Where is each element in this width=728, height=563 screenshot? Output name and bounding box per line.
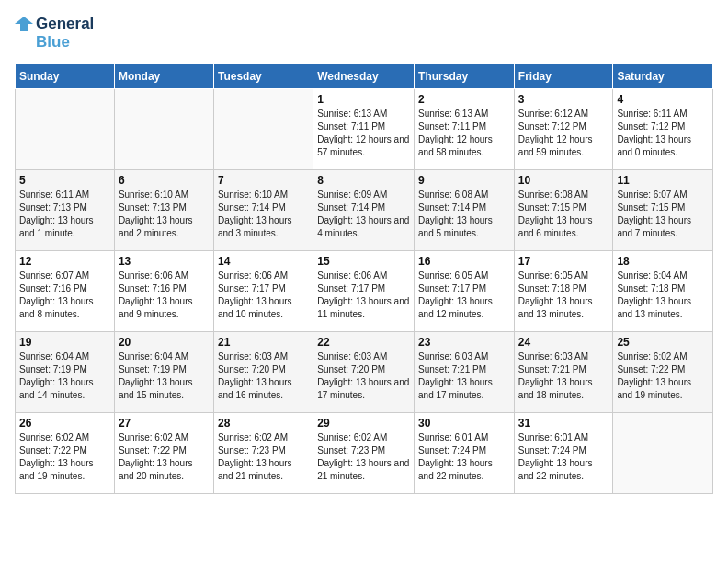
calendar-cell: 18Sunrise: 6:04 AMSunset: 7:18 PMDayligh… bbox=[613, 250, 713, 331]
day-detail: Sunrise: 6:01 AMSunset: 7:24 PMDaylight:… bbox=[418, 431, 510, 483]
logo-blue: Blue bbox=[36, 33, 94, 52]
day-number: 15 bbox=[317, 255, 410, 268]
calendar-cell: 31Sunrise: 6:01 AMSunset: 7:24 PMDayligh… bbox=[514, 412, 613, 493]
day-number: 24 bbox=[518, 336, 609, 349]
calendar-cell: 10Sunrise: 6:08 AMSunset: 7:15 PMDayligh… bbox=[514, 169, 613, 250]
calendar-body: 1Sunrise: 6:13 AMSunset: 7:11 PMDaylight… bbox=[16, 88, 713, 493]
calendar-cell: 26Sunrise: 6:02 AMSunset: 7:22 PMDayligh… bbox=[16, 412, 115, 493]
calendar-cell: 28Sunrise: 6:02 AMSunset: 7:23 PMDayligh… bbox=[213, 412, 313, 493]
day-detail: Sunrise: 6:02 AMSunset: 7:22 PMDaylight:… bbox=[119, 431, 210, 483]
day-number: 8 bbox=[317, 174, 410, 187]
calendar-cell: 12Sunrise: 6:07 AMSunset: 7:16 PMDayligh… bbox=[16, 250, 115, 331]
day-detail: Sunrise: 6:12 AMSunset: 7:12 PMDaylight:… bbox=[518, 108, 609, 159]
weekday-header: Friday bbox=[514, 63, 613, 88]
day-detail: Sunrise: 6:13 AMSunset: 7:11 PMDaylight:… bbox=[317, 108, 410, 159]
calendar-cell bbox=[213, 88, 313, 169]
day-detail: Sunrise: 6:08 AMSunset: 7:15 PMDaylight:… bbox=[518, 189, 609, 240]
weekday-header: Wednesday bbox=[313, 63, 415, 88]
day-number: 18 bbox=[617, 255, 709, 268]
weekday-header-row: SundayMondayTuesdayWednesdayThursdayFrid… bbox=[16, 63, 713, 88]
day-detail: Sunrise: 6:11 AMSunset: 7:13 PMDaylight:… bbox=[19, 189, 110, 240]
page-header: General Blue bbox=[15, 15, 713, 52]
day-number: 5 bbox=[19, 174, 110, 187]
calendar-cell: 3Sunrise: 6:12 AMSunset: 7:12 PMDaylight… bbox=[514, 88, 613, 169]
calendar-cell: 25Sunrise: 6:02 AMSunset: 7:22 PMDayligh… bbox=[613, 331, 713, 412]
calendar-cell: 7Sunrise: 6:10 AMSunset: 7:14 PMDaylight… bbox=[213, 169, 313, 250]
calendar-cell: 5Sunrise: 6:11 AMSunset: 7:13 PMDaylight… bbox=[16, 169, 115, 250]
calendar-cell: 13Sunrise: 6:06 AMSunset: 7:16 PMDayligh… bbox=[114, 250, 213, 331]
day-detail: Sunrise: 6:03 AMSunset: 7:20 PMDaylight:… bbox=[218, 350, 309, 402]
day-detail: Sunrise: 6:13 AMSunset: 7:11 PMDaylight:… bbox=[418, 108, 510, 159]
day-number: 6 bbox=[119, 174, 210, 187]
calendar-cell: 11Sunrise: 6:07 AMSunset: 7:15 PMDayligh… bbox=[613, 169, 713, 250]
calendar-cell: 22Sunrise: 6:03 AMSunset: 7:20 PMDayligh… bbox=[313, 331, 415, 412]
day-number: 31 bbox=[518, 417, 609, 430]
calendar-cell bbox=[613, 412, 713, 493]
calendar-cell: 8Sunrise: 6:09 AMSunset: 7:14 PMDaylight… bbox=[313, 169, 415, 250]
day-detail: Sunrise: 6:04 AMSunset: 7:19 PMDaylight:… bbox=[119, 350, 210, 402]
day-number: 11 bbox=[617, 174, 709, 187]
day-detail: Sunrise: 6:02 AMSunset: 7:22 PMDaylight:… bbox=[617, 350, 709, 402]
day-number: 14 bbox=[218, 255, 309, 268]
day-number: 3 bbox=[518, 93, 609, 106]
calendar-cell: 4Sunrise: 6:11 AMSunset: 7:12 PMDaylight… bbox=[613, 88, 713, 169]
weekday-header: Monday bbox=[114, 63, 213, 88]
day-detail: Sunrise: 6:06 AMSunset: 7:16 PMDaylight:… bbox=[119, 270, 210, 321]
day-number: 30 bbox=[418, 417, 510, 430]
day-number: 28 bbox=[218, 417, 309, 430]
day-detail: Sunrise: 6:02 AMSunset: 7:23 PMDaylight:… bbox=[218, 431, 309, 483]
day-number: 4 bbox=[617, 93, 709, 106]
calendar-cell: 21Sunrise: 6:03 AMSunset: 7:20 PMDayligh… bbox=[213, 331, 313, 412]
day-number: 20 bbox=[119, 336, 210, 349]
day-detail: Sunrise: 6:04 AMSunset: 7:18 PMDaylight:… bbox=[617, 270, 709, 321]
calendar-week-row: 5Sunrise: 6:11 AMSunset: 7:13 PMDaylight… bbox=[16, 169, 713, 250]
day-number: 21 bbox=[218, 336, 309, 349]
logo-bird-icon bbox=[15, 15, 33, 33]
day-number: 16 bbox=[418, 255, 510, 268]
day-detail: Sunrise: 6:10 AMSunset: 7:13 PMDaylight:… bbox=[119, 189, 210, 240]
day-detail: Sunrise: 6:03 AMSunset: 7:21 PMDaylight:… bbox=[418, 350, 510, 402]
day-number: 7 bbox=[218, 174, 309, 187]
day-detail: Sunrise: 6:04 AMSunset: 7:19 PMDaylight:… bbox=[19, 350, 110, 402]
calendar-cell: 19Sunrise: 6:04 AMSunset: 7:19 PMDayligh… bbox=[16, 331, 115, 412]
calendar-table: SundayMondayTuesdayWednesdayThursdayFrid… bbox=[15, 63, 713, 494]
day-detail: Sunrise: 6:02 AMSunset: 7:22 PMDaylight:… bbox=[19, 431, 110, 483]
day-number: 19 bbox=[19, 336, 110, 349]
day-detail: Sunrise: 6:05 AMSunset: 7:18 PMDaylight:… bbox=[518, 270, 609, 321]
day-number: 12 bbox=[19, 255, 110, 268]
calendar-cell bbox=[114, 88, 213, 169]
calendar-cell: 1Sunrise: 6:13 AMSunset: 7:11 PMDaylight… bbox=[313, 88, 415, 169]
calendar-cell: 20Sunrise: 6:04 AMSunset: 7:19 PMDayligh… bbox=[114, 331, 213, 412]
calendar-week-row: 19Sunrise: 6:04 AMSunset: 7:19 PMDayligh… bbox=[16, 331, 713, 412]
day-number: 27 bbox=[119, 417, 210, 430]
weekday-header: Tuesday bbox=[213, 63, 313, 88]
calendar-cell: 6Sunrise: 6:10 AMSunset: 7:13 PMDaylight… bbox=[114, 169, 213, 250]
day-number: 26 bbox=[19, 417, 110, 430]
svg-marker-0 bbox=[15, 17, 33, 31]
calendar-cell: 27Sunrise: 6:02 AMSunset: 7:22 PMDayligh… bbox=[114, 412, 213, 493]
weekday-header: Sunday bbox=[16, 63, 115, 88]
day-detail: Sunrise: 6:07 AMSunset: 7:15 PMDaylight:… bbox=[617, 189, 709, 240]
calendar-week-row: 26Sunrise: 6:02 AMSunset: 7:22 PMDayligh… bbox=[16, 412, 713, 493]
day-detail: Sunrise: 6:08 AMSunset: 7:14 PMDaylight:… bbox=[418, 189, 510, 240]
weekday-header: Saturday bbox=[613, 63, 713, 88]
day-number: 1 bbox=[317, 93, 410, 106]
calendar-cell: 30Sunrise: 6:01 AMSunset: 7:24 PMDayligh… bbox=[415, 412, 515, 493]
day-number: 23 bbox=[418, 336, 510, 349]
day-number: 17 bbox=[518, 255, 609, 268]
calendar-cell bbox=[16, 88, 115, 169]
logo: General Blue bbox=[15, 15, 94, 52]
day-detail: Sunrise: 6:03 AMSunset: 7:21 PMDaylight:… bbox=[518, 350, 609, 402]
calendar-week-row: 12Sunrise: 6:07 AMSunset: 7:16 PMDayligh… bbox=[16, 250, 713, 331]
weekday-header: Thursday bbox=[415, 63, 515, 88]
calendar-cell: 24Sunrise: 6:03 AMSunset: 7:21 PMDayligh… bbox=[514, 331, 613, 412]
day-detail: Sunrise: 6:07 AMSunset: 7:16 PMDaylight:… bbox=[19, 270, 110, 321]
calendar-cell: 23Sunrise: 6:03 AMSunset: 7:21 PMDayligh… bbox=[415, 331, 515, 412]
day-number: 2 bbox=[418, 93, 510, 106]
day-detail: Sunrise: 6:06 AMSunset: 7:17 PMDaylight:… bbox=[317, 270, 410, 321]
calendar-cell: 15Sunrise: 6:06 AMSunset: 7:17 PMDayligh… bbox=[313, 250, 415, 331]
day-detail: Sunrise: 6:05 AMSunset: 7:17 PMDaylight:… bbox=[418, 270, 510, 321]
day-detail: Sunrise: 6:02 AMSunset: 7:23 PMDaylight:… bbox=[317, 431, 410, 483]
day-detail: Sunrise: 6:01 AMSunset: 7:24 PMDaylight:… bbox=[518, 431, 609, 483]
day-number: 22 bbox=[317, 336, 410, 349]
